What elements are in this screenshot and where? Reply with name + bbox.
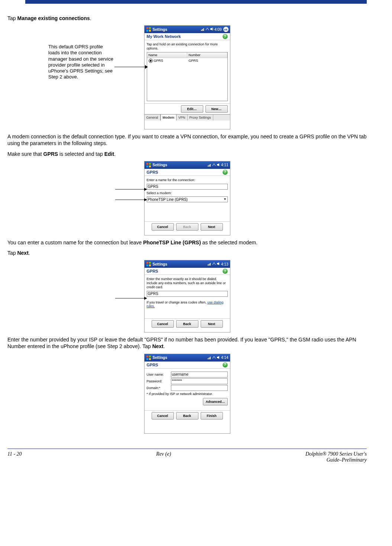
list-item[interactable]: GPRS GPRS	[147, 58, 227, 64]
device-title: Settings	[153, 163, 208, 167]
cell-number: GPRS	[187, 58, 227, 64]
svg-marker-1	[145, 65, 148, 69]
help-icon[interactable]: ?	[223, 34, 228, 39]
travel-hint: If you travel or change area codes often…	[147, 301, 228, 309]
clock-text: 4:09	[214, 28, 221, 32]
subtitle-text: My Work Network	[147, 34, 181, 39]
next-button[interactable]: Next	[201, 320, 223, 328]
footer-revision: Rev (e)	[156, 451, 171, 463]
svg-rect-16	[146, 163, 148, 165]
signal-icon	[208, 163, 211, 167]
footer-doc-title-1: Dolphin® 7900 Series User's	[305, 451, 367, 457]
windows-flag-icon	[146, 27, 151, 32]
para-manage-connections: Tap Manage existing connections.	[7, 15, 367, 22]
arrow-name-field	[115, 186, 147, 192]
signal-icon	[208, 356, 211, 360]
device-title: Settings	[153, 356, 208, 360]
svg-rect-32	[210, 263, 211, 266]
svg-rect-20	[208, 166, 208, 167]
page-footer: 11 - 20 Rev (e) Dolphin® 7900 Series Use…	[0, 451, 392, 474]
device-title: Settings	[153, 262, 208, 266]
device-title: Settings	[153, 28, 201, 32]
svg-rect-30	[208, 264, 208, 266]
help-icon[interactable]: ?	[223, 269, 228, 274]
connections-list[interactable]: Name Number GPRS GPRS	[147, 52, 228, 101]
svg-rect-4	[146, 30, 148, 32]
label-username: User name:	[147, 373, 171, 376]
conn-icon	[212, 163, 216, 167]
radio-selected-icon[interactable]	[149, 59, 153, 63]
svg-rect-19	[149, 166, 151, 167]
arrow-modem-field	[115, 197, 147, 203]
label-select-modem: Select a modem:	[147, 191, 228, 195]
tab-general[interactable]: General	[145, 115, 161, 121]
back-button[interactable]: Back	[176, 320, 198, 328]
vol-icon	[217, 262, 220, 266]
back-button[interactable]: Back	[176, 412, 198, 420]
text: Tap	[7, 15, 17, 21]
device-titlebar: Settings 4:13	[145, 260, 230, 268]
svg-rect-31	[209, 264, 210, 266]
finish-button[interactable]: Finish	[201, 412, 223, 420]
page-header-bar	[25, 0, 367, 4]
clock-text: 4:13	[221, 262, 228, 266]
domain-input[interactable]	[171, 385, 228, 391]
cancel-button[interactable]: Cancel	[152, 320, 174, 328]
back-button: Back	[176, 223, 198, 231]
svg-marker-33	[217, 262, 219, 265]
screenshot-edit-connection: Settings 4:11 GPRS? Enter a name for the…	[144, 161, 230, 235]
advanced-button[interactable]: Advanced…	[203, 398, 227, 405]
windows-flag-icon	[146, 163, 151, 168]
dial-number-input[interactable]	[147, 291, 228, 297]
svg-rect-21	[209, 165, 210, 167]
conn-icon	[212, 262, 216, 266]
svg-marker-9	[210, 28, 213, 30]
help-icon[interactable]: ?	[223, 170, 228, 175]
modem-select[interactable]	[147, 196, 228, 202]
svg-rect-36	[146, 358, 148, 360]
device-titlebar: Settings 4:14	[145, 354, 230, 362]
subtitle-text: GPRS	[147, 170, 158, 174]
svg-rect-17	[149, 163, 151, 165]
next-button[interactable]: Next	[201, 223, 223, 231]
svg-rect-6	[201, 30, 202, 31]
label-domain: Domain:*	[147, 386, 171, 390]
chevron-down-icon: ▼	[224, 197, 227, 201]
device-titlebar: Settings 4:09 ok	[145, 26, 230, 33]
tab-proxy[interactable]: Proxy Settings	[188, 115, 213, 121]
svg-rect-40	[210, 357, 211, 359]
connection-name-input[interactable]	[147, 184, 228, 190]
svg-rect-37	[149, 358, 151, 360]
conn-icon	[212, 356, 216, 360]
edit-button[interactable]: Edit…	[181, 105, 203, 113]
new-button[interactable]: New…	[205, 105, 228, 113]
windows-flag-icon	[146, 261, 151, 267]
cell-name: GPRS	[154, 59, 163, 62]
windows-flag-icon	[146, 355, 151, 360]
password-input[interactable]	[171, 378, 228, 384]
vol-icon	[217, 356, 220, 360]
arrow-callout-1	[114, 64, 148, 70]
tab-vpn[interactable]: VPN	[176, 115, 188, 121]
cancel-button[interactable]: Cancel	[152, 223, 174, 231]
tab-bar: General Modem VPN Proxy Settings	[145, 114, 230, 121]
svg-rect-29	[149, 264, 151, 266]
footer-rule	[7, 449, 367, 449]
svg-rect-22	[210, 164, 211, 167]
ok-button[interactable]: ok	[223, 27, 229, 32]
vol-icon	[217, 163, 220, 167]
help-icon[interactable]: ?	[223, 362, 228, 367]
cancel-button[interactable]: Cancel	[152, 412, 174, 420]
text: .	[90, 15, 91, 21]
svg-rect-5	[149, 30, 151, 32]
screenshot-enter-number: Settings 4:13 GPRS? Enter the number exa…	[144, 260, 230, 333]
svg-rect-26	[146, 262, 148, 264]
label-connection-name: Enter a name for the connection:	[147, 178, 228, 182]
tab-modem[interactable]: Modem	[161, 114, 177, 121]
clock-text: 4:14	[221, 356, 228, 360]
svg-rect-18	[146, 166, 148, 167]
username-input[interactable]	[171, 372, 228, 378]
svg-marker-23	[217, 163, 219, 166]
svg-rect-2	[146, 27, 148, 29]
signal-icon	[201, 27, 205, 32]
